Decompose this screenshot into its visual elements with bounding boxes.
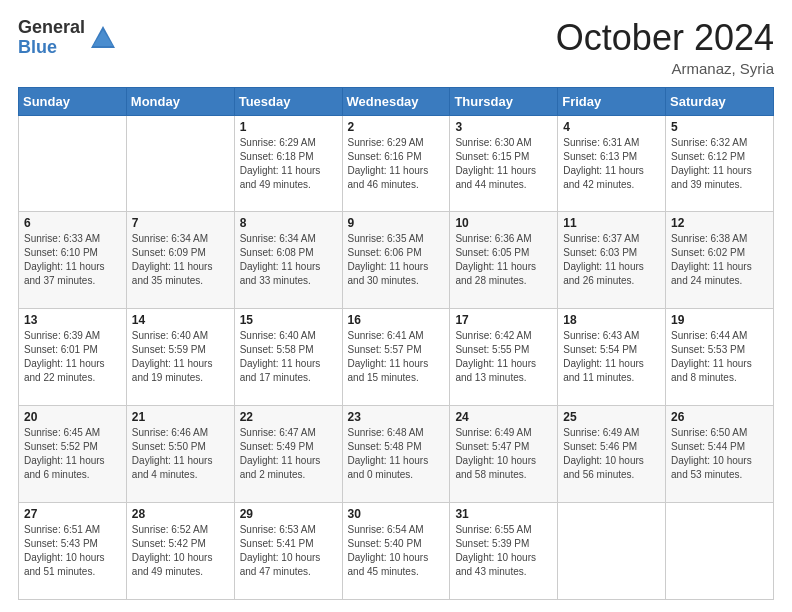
logo-text: General Blue xyxy=(18,18,85,58)
day-detail: Sunrise: 6:49 AM Sunset: 5:47 PM Dayligh… xyxy=(455,427,536,480)
svg-marker-1 xyxy=(93,30,113,46)
calendar-cell xyxy=(19,115,127,212)
day-detail: Sunrise: 6:42 AM Sunset: 5:55 PM Dayligh… xyxy=(455,330,536,383)
day-number: 22 xyxy=(240,410,337,424)
calendar-cell: 5Sunrise: 6:32 AM Sunset: 6:12 PM Daylig… xyxy=(666,115,774,212)
logo: General Blue xyxy=(18,18,117,58)
calendar-cell: 29Sunrise: 6:53 AM Sunset: 5:41 PM Dayli… xyxy=(234,503,342,600)
calendar-cell: 27Sunrise: 6:51 AM Sunset: 5:43 PM Dayli… xyxy=(19,503,127,600)
day-number: 9 xyxy=(348,216,445,230)
day-detail: Sunrise: 6:34 AM Sunset: 6:09 PM Dayligh… xyxy=(132,233,213,286)
calendar-cell: 13Sunrise: 6:39 AM Sunset: 6:01 PM Dayli… xyxy=(19,309,127,406)
day-detail: Sunrise: 6:49 AM Sunset: 5:46 PM Dayligh… xyxy=(563,427,644,480)
calendar-cell: 17Sunrise: 6:42 AM Sunset: 5:55 PM Dayli… xyxy=(450,309,558,406)
day-number: 19 xyxy=(671,313,768,327)
calendar-cell: 6Sunrise: 6:33 AM Sunset: 6:10 PM Daylig… xyxy=(19,212,127,309)
calendar-cell: 8Sunrise: 6:34 AM Sunset: 6:08 PM Daylig… xyxy=(234,212,342,309)
calendar-cell: 1Sunrise: 6:29 AM Sunset: 6:18 PM Daylig… xyxy=(234,115,342,212)
calendar-cell: 12Sunrise: 6:38 AM Sunset: 6:02 PM Dayli… xyxy=(666,212,774,309)
month-title: October 2024 xyxy=(556,18,774,58)
calendar-cell: 18Sunrise: 6:43 AM Sunset: 5:54 PM Dayli… xyxy=(558,309,666,406)
day-detail: Sunrise: 6:54 AM Sunset: 5:40 PM Dayligh… xyxy=(348,524,429,577)
calendar-cell: 23Sunrise: 6:48 AM Sunset: 5:48 PM Dayli… xyxy=(342,406,450,503)
calendar-cell: 21Sunrise: 6:46 AM Sunset: 5:50 PM Dayli… xyxy=(126,406,234,503)
day-detail: Sunrise: 6:29 AM Sunset: 6:18 PM Dayligh… xyxy=(240,137,321,190)
calendar-cell xyxy=(666,503,774,600)
calendar-cell: 20Sunrise: 6:45 AM Sunset: 5:52 PM Dayli… xyxy=(19,406,127,503)
day-number: 13 xyxy=(24,313,121,327)
weekday-header: Saturday xyxy=(666,87,774,115)
day-detail: Sunrise: 6:38 AM Sunset: 6:02 PM Dayligh… xyxy=(671,233,752,286)
header: General Blue October 2024 Armanaz, Syria xyxy=(18,18,774,77)
day-detail: Sunrise: 6:39 AM Sunset: 6:01 PM Dayligh… xyxy=(24,330,105,383)
day-number: 29 xyxy=(240,507,337,521)
day-detail: Sunrise: 6:41 AM Sunset: 5:57 PM Dayligh… xyxy=(348,330,429,383)
weekday-header: Friday xyxy=(558,87,666,115)
calendar-cell: 22Sunrise: 6:47 AM Sunset: 5:49 PM Dayli… xyxy=(234,406,342,503)
day-number: 17 xyxy=(455,313,552,327)
day-detail: Sunrise: 6:55 AM Sunset: 5:39 PM Dayligh… xyxy=(455,524,536,577)
day-number: 16 xyxy=(348,313,445,327)
day-number: 28 xyxy=(132,507,229,521)
day-detail: Sunrise: 6:34 AM Sunset: 6:08 PM Dayligh… xyxy=(240,233,321,286)
day-detail: Sunrise: 6:33 AM Sunset: 6:10 PM Dayligh… xyxy=(24,233,105,286)
calendar-header: SundayMondayTuesdayWednesdayThursdayFrid… xyxy=(19,87,774,115)
day-detail: Sunrise: 6:30 AM Sunset: 6:15 PM Dayligh… xyxy=(455,137,536,190)
day-number: 18 xyxy=(563,313,660,327)
day-number: 4 xyxy=(563,120,660,134)
day-detail: Sunrise: 6:36 AM Sunset: 6:05 PM Dayligh… xyxy=(455,233,536,286)
day-number: 30 xyxy=(348,507,445,521)
weekday-header: Thursday xyxy=(450,87,558,115)
page: General Blue October 2024 Armanaz, Syria… xyxy=(0,0,792,612)
logo-icon xyxy=(89,24,117,52)
calendar-cell: 24Sunrise: 6:49 AM Sunset: 5:47 PM Dayli… xyxy=(450,406,558,503)
calendar-week-row: 27Sunrise: 6:51 AM Sunset: 5:43 PM Dayli… xyxy=(19,503,774,600)
day-detail: Sunrise: 6:47 AM Sunset: 5:49 PM Dayligh… xyxy=(240,427,321,480)
day-number: 31 xyxy=(455,507,552,521)
calendar-cell: 14Sunrise: 6:40 AM Sunset: 5:59 PM Dayli… xyxy=(126,309,234,406)
day-detail: Sunrise: 6:50 AM Sunset: 5:44 PM Dayligh… xyxy=(671,427,752,480)
calendar-cell: 19Sunrise: 6:44 AM Sunset: 5:53 PM Dayli… xyxy=(666,309,774,406)
day-detail: Sunrise: 6:32 AM Sunset: 6:12 PM Dayligh… xyxy=(671,137,752,190)
day-number: 3 xyxy=(455,120,552,134)
weekday-row: SundayMondayTuesdayWednesdayThursdayFrid… xyxy=(19,87,774,115)
day-detail: Sunrise: 6:46 AM Sunset: 5:50 PM Dayligh… xyxy=(132,427,213,480)
calendar-cell: 4Sunrise: 6:31 AM Sunset: 6:13 PM Daylig… xyxy=(558,115,666,212)
day-detail: Sunrise: 6:53 AM Sunset: 5:41 PM Dayligh… xyxy=(240,524,321,577)
logo-general: General xyxy=(18,18,85,38)
calendar-cell: 7Sunrise: 6:34 AM Sunset: 6:09 PM Daylig… xyxy=(126,212,234,309)
calendar-week-row: 20Sunrise: 6:45 AM Sunset: 5:52 PM Dayli… xyxy=(19,406,774,503)
calendar-week-row: 1Sunrise: 6:29 AM Sunset: 6:18 PM Daylig… xyxy=(19,115,774,212)
day-number: 7 xyxy=(132,216,229,230)
day-number: 11 xyxy=(563,216,660,230)
day-number: 15 xyxy=(240,313,337,327)
day-detail: Sunrise: 6:40 AM Sunset: 5:58 PM Dayligh… xyxy=(240,330,321,383)
day-detail: Sunrise: 6:45 AM Sunset: 5:52 PM Dayligh… xyxy=(24,427,105,480)
day-detail: Sunrise: 6:37 AM Sunset: 6:03 PM Dayligh… xyxy=(563,233,644,286)
calendar-cell: 11Sunrise: 6:37 AM Sunset: 6:03 PM Dayli… xyxy=(558,212,666,309)
day-detail: Sunrise: 6:43 AM Sunset: 5:54 PM Dayligh… xyxy=(563,330,644,383)
calendar-body: 1Sunrise: 6:29 AM Sunset: 6:18 PM Daylig… xyxy=(19,115,774,599)
calendar-cell: 30Sunrise: 6:54 AM Sunset: 5:40 PM Dayli… xyxy=(342,503,450,600)
calendar-week-row: 13Sunrise: 6:39 AM Sunset: 6:01 PM Dayli… xyxy=(19,309,774,406)
location: Armanaz, Syria xyxy=(556,60,774,77)
day-number: 8 xyxy=(240,216,337,230)
calendar-cell: 16Sunrise: 6:41 AM Sunset: 5:57 PM Dayli… xyxy=(342,309,450,406)
calendar-table: SundayMondayTuesdayWednesdayThursdayFrid… xyxy=(18,87,774,600)
weekday-header: Tuesday xyxy=(234,87,342,115)
weekday-header: Monday xyxy=(126,87,234,115)
calendar-cell: 15Sunrise: 6:40 AM Sunset: 5:58 PM Dayli… xyxy=(234,309,342,406)
day-number: 23 xyxy=(348,410,445,424)
calendar-cell xyxy=(126,115,234,212)
calendar-cell: 3Sunrise: 6:30 AM Sunset: 6:15 PM Daylig… xyxy=(450,115,558,212)
day-number: 21 xyxy=(132,410,229,424)
calendar-week-row: 6Sunrise: 6:33 AM Sunset: 6:10 PM Daylig… xyxy=(19,212,774,309)
day-detail: Sunrise: 6:35 AM Sunset: 6:06 PM Dayligh… xyxy=(348,233,429,286)
day-number: 12 xyxy=(671,216,768,230)
logo-blue: Blue xyxy=(18,38,85,58)
calendar-cell: 10Sunrise: 6:36 AM Sunset: 6:05 PM Dayli… xyxy=(450,212,558,309)
day-detail: Sunrise: 6:44 AM Sunset: 5:53 PM Dayligh… xyxy=(671,330,752,383)
day-number: 6 xyxy=(24,216,121,230)
weekday-header: Sunday xyxy=(19,87,127,115)
day-number: 1 xyxy=(240,120,337,134)
